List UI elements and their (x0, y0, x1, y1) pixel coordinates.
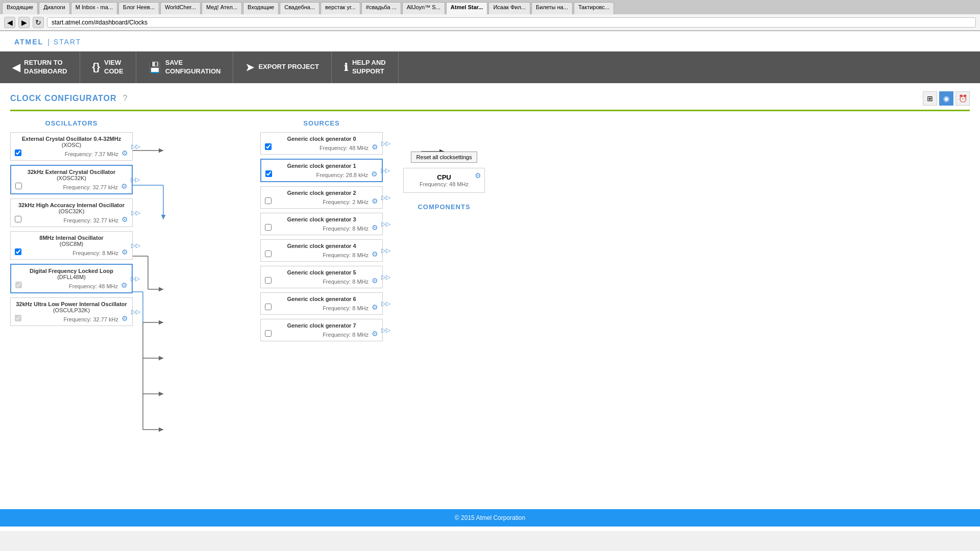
browser-tab[interactable]: Входящие (2, 2, 38, 14)
reload-button[interactable]: ↻ (33, 17, 44, 28)
src-gear-gclk4[interactable]: ⚙ (372, 250, 378, 258)
browser-tab[interactable]: Блог Неев... (118, 2, 159, 14)
src-arrow-gclk5: ▷▷ (381, 273, 390, 281)
browser-tab[interactable]: Atmel Star... (446, 2, 488, 14)
browser-tab[interactable]: M Inbox - ma... (71, 2, 117, 14)
src-checkbox-gclk1[interactable] (265, 170, 272, 177)
src-freq-gclk4: Frequency: 8 MHz (272, 252, 369, 258)
reset-button[interactable]: Reset all clocksettings (411, 152, 478, 163)
osc-gear-xosc32k[interactable]: ⚙ (121, 182, 128, 190)
osc-gear-osc32k[interactable]: ⚙ (121, 215, 128, 223)
toolbar: ◀RETURN TO DASHBOARD{}VIEW CODE💾SAVE CON… (0, 52, 980, 83)
src-checkbox-gclk0[interactable] (265, 143, 272, 150)
osc-gear-dfll48m[interactable]: ⚙ (121, 281, 128, 289)
oscillator-box-dfll48m[interactable]: Digital Frequency Locked Loop(DFLL48M) F… (10, 264, 133, 293)
browser-tab[interactable]: AllJoyn™ S... (402, 2, 445, 14)
src-title-gclk7: Generic clock generator 7 (265, 322, 378, 329)
cpu-box: CPU Frequency: 48 MHz ⚙ (403, 168, 485, 193)
source-box-gclk4[interactable]: Generic clock generator 4 Frequency: 8 M… (260, 239, 383, 262)
nav-bar: ◀ ▶ ↻ (0, 14, 980, 31)
osc-checkbox-dfll48m[interactable] (15, 282, 22, 288)
osc-freq-xosc32k: Frequency: 32.77 kHz (22, 184, 118, 190)
cpu-gear-icon[interactable]: ⚙ (475, 171, 481, 180)
oscillator-box-osculp32k[interactable]: 32kHz Ultra Low Power Internal Oscillato… (10, 297, 133, 326)
source-box-gclk0[interactable]: Generic clock generator 0 Frequency: 48 … (260, 132, 383, 155)
osc-checkbox-xosc[interactable] (15, 149, 21, 156)
src-checkbox-gclk5[interactable] (265, 277, 272, 284)
browser-tab[interactable]: Исаак Фил... (488, 2, 530, 14)
src-freq-gclk6: Frequency: 8 MHz (272, 305, 369, 311)
src-gear-gclk7[interactable]: ⚙ (372, 330, 378, 338)
toolbar-icon-save: 💾 (149, 61, 161, 73)
browser-tab[interactable]: Мед! Ател... (202, 2, 242, 14)
src-gear-gclk2[interactable]: ⚙ (372, 197, 378, 205)
osc-gear-xosc[interactable]: ⚙ (121, 149, 128, 157)
source-box-gclk5[interactable]: Generic clock generator 5 Frequency: 8 M… (260, 266, 383, 288)
src-gear-gclk0[interactable]: ⚙ (372, 143, 378, 151)
source-box-gclk3[interactable]: Generic clock generator 3 Frequency: 8 M… (260, 213, 383, 235)
browser-tab[interactable]: #свадьба ... (361, 2, 401, 14)
toolbar-btn-return[interactable]: ◀RETURN TO DASHBOARD (0, 52, 80, 83)
view-icon-diagram[interactable]: ◉ (939, 91, 953, 106)
browser-chrome: ВходящиеДиалогиM Inbox - ma...Блог Неев.… (0, 0, 980, 31)
src-gear-gclk5[interactable]: ⚙ (372, 277, 378, 285)
src-checkbox-gclk3[interactable] (265, 224, 272, 231)
oscillator-box-osc8m[interactable]: 8MHz Internal Oscillator(OSC8M) Frequenc… (10, 231, 133, 260)
src-checkbox-gclk6[interactable] (265, 304, 272, 310)
browser-tab[interactable]: Диалоги (39, 2, 70, 14)
toolbar-btn-export[interactable]: ➤EXPORT PROJECT (233, 52, 331, 83)
browser-tab[interactable]: WorldCher... (160, 2, 201, 14)
src-checkbox-gclk4[interactable] (265, 251, 272, 257)
footer: © 2015 Atmel Corporation (0, 509, 980, 527)
src-title-gclk3: Generic clock generator 3 (265, 216, 378, 222)
back-button[interactable]: ◀ (4, 17, 15, 28)
source-box-gclk7[interactable]: Generic clock generator 7 Frequency: 8 M… (260, 319, 383, 341)
src-arrow-gclk3: ▷▷ (381, 220, 390, 228)
src-arrow-gclk2: ▷▷ (381, 194, 390, 201)
osc-checkbox-xosc32k[interactable] (15, 183, 22, 189)
toolbar-btn-view-code[interactable]: {}VIEW CODE (80, 52, 136, 83)
source-box-gclk6[interactable]: Generic clock generator 6 Frequency: 8 M… (260, 292, 383, 315)
osc-gear-osc8m[interactable]: ⚙ (121, 248, 128, 256)
osc-checkbox-osc8m[interactable] (15, 248, 21, 255)
src-bottom-gclk7: Frequency: 8 MHz ⚙ (265, 330, 378, 338)
connections-svg (133, 134, 199, 491)
src-checkbox-gclk2[interactable] (265, 197, 272, 204)
oscillator-box-osc32k[interactable]: 32kHz High Accuracy Internal Oscillator(… (10, 198, 133, 227)
browser-tab[interactable]: Билеты на... (531, 2, 573, 14)
src-gear-gclk3[interactable]: ⚙ (372, 223, 378, 232)
cpu-title: CPU (412, 173, 476, 181)
osc-freq-dfll48m: Frequency: 48 MHz (22, 283, 118, 289)
osc-gear-osculp32k[interactable]: ⚙ (121, 314, 128, 322)
cpu-section: Reset all clocksettings CPU Frequency: 4… (388, 134, 485, 211)
components-label: COMPONENTS (418, 203, 470, 211)
osc-checkbox-osculp32k[interactable] (15, 315, 21, 321)
page-content: CLOCK CONFIGURATOR ? ⊞ ◉ ⏰ OSCILLATORS E… (0, 83, 980, 499)
toolbar-btn-save[interactable]: 💾SAVE CONFIGURATION (136, 52, 234, 83)
browser-tab[interactable]: Входящие (243, 2, 279, 14)
src-gear-gclk1[interactable]: ⚙ (371, 170, 378, 178)
osc-arrow-osculp32k: ▷▷ (131, 308, 140, 315)
help-icon[interactable]: ? (123, 94, 128, 103)
osc-title-dfll48m: Digital Frequency Locked Loop(DFLL48M) (15, 268, 128, 280)
source-box-gclk2[interactable]: Generic clock generator 2 Frequency: 2 M… (260, 186, 383, 209)
src-freq-gclk0: Frequency: 48 MHz (272, 145, 369, 151)
oscillator-box-xosc[interactable]: External Crystal Oscillator 0.4-32MHz(XO… (10, 132, 133, 161)
address-bar[interactable] (47, 17, 976, 28)
oscillator-box-xosc32k[interactable]: 32kHz External Crystal Oscillator(XOSC32… (10, 165, 133, 194)
view-icon-clock[interactable]: ⏰ (955, 91, 970, 106)
browser-tab[interactable]: Тактировс... (574, 2, 614, 14)
osc-checkbox-osc32k[interactable] (15, 216, 21, 222)
src-title-gclk1: Generic clock generator 1 (265, 163, 378, 169)
browser-tab[interactable]: Свадебна... (280, 2, 320, 14)
src-checkbox-gclk7[interactable] (265, 330, 272, 337)
view-icon-grid[interactable]: ⊞ (923, 91, 937, 106)
src-gear-gclk6[interactable]: ⚙ (372, 303, 378, 311)
toolbar-label-return: RETURN TO DASHBOARD (24, 59, 67, 76)
browser-tab[interactable]: верстак уг... (321, 2, 360, 14)
toolbar-icon-help: ℹ (344, 61, 348, 73)
forward-button[interactable]: ▶ (18, 17, 30, 28)
toolbar-btn-help[interactable]: ℹHELP AND SUPPORT (332, 52, 399, 83)
source-box-gclk1[interactable]: Generic clock generator 1 Frequency: 28.… (260, 159, 383, 182)
src-bottom-gclk0: Frequency: 48 MHz ⚙ (265, 143, 378, 151)
